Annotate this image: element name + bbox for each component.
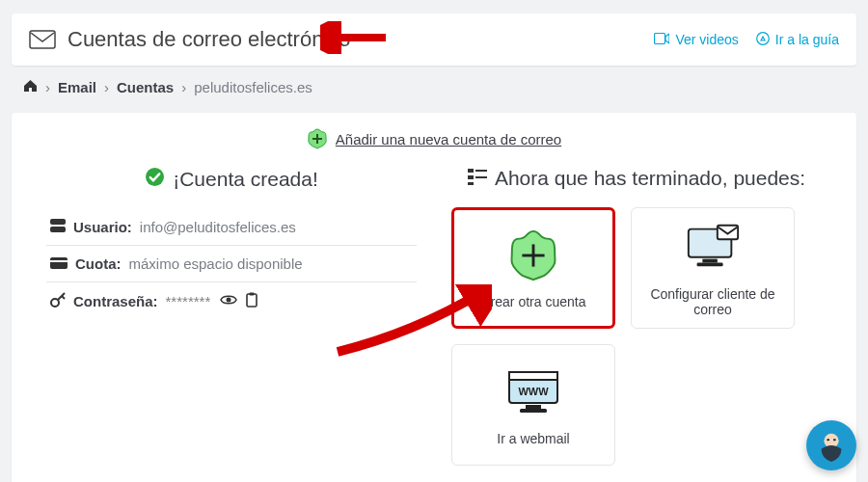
svg-rect-20 [475, 176, 487, 178]
tasks-icon [468, 167, 487, 190]
next-heading: Ahora que has terminado, puedes: [495, 167, 805, 190]
svg-rect-21 [468, 182, 474, 185]
svg-rect-9 [50, 257, 68, 269]
svg-line-13 [62, 296, 65, 299]
svg-point-14 [227, 298, 231, 303]
monitor-www-icon: WWW [504, 363, 562, 421]
svg-rect-18 [475, 170, 487, 172]
svg-rect-26 [697, 262, 723, 266]
svg-point-6 [146, 168, 164, 186]
copy-password-button[interactable] [245, 292, 258, 310]
main-panel: Añadir una nueva cuenta de correo ¡Cuent… [12, 113, 856, 482]
svg-rect-27 [718, 226, 738, 240]
page-header: Cuentas de correo electrónico Ver videos… [12, 13, 856, 66]
quota-row: Cuota: máximo espacio disponible [46, 246, 417, 282]
svg-rect-15 [247, 294, 257, 307]
svg-rect-25 [702, 259, 717, 263]
plus-flower-icon [504, 227, 562, 284]
tile-create-another[interactable]: Crear otra cuenta [451, 207, 615, 329]
svg-rect-31 [526, 405, 541, 409]
page-title: Cuentas de correo electrónico [68, 27, 351, 52]
tile-configure-client[interactable]: Configurar cliente de correo [631, 207, 795, 329]
breadcrumb-email[interactable]: Email [58, 79, 96, 95]
svg-rect-35 [827, 439, 829, 441]
compass-icon [756, 32, 770, 48]
avatar-icon [813, 427, 850, 464]
svg-rect-17 [468, 169, 474, 173]
svg-rect-0 [30, 31, 55, 48]
help-chat-button[interactable] [806, 420, 856, 470]
svg-rect-29 [509, 372, 557, 380]
svg-rect-8 [50, 227, 66, 232]
svg-rect-10 [50, 260, 68, 262]
svg-rect-36 [833, 439, 836, 441]
svg-text:WWW: WWW [518, 386, 549, 397]
go-guide-link[interactable]: Ir a la guía [756, 32, 839, 48]
watch-videos-link[interactable]: Ver videos [654, 32, 738, 48]
home-icon [23, 79, 38, 93]
clipboard-icon [245, 292, 258, 308]
monitor-mail-icon [684, 219, 742, 277]
account-created-section: ¡Cuenta creada! Usuario: info@peluditosf… [29, 167, 434, 466]
breadcrumb-accounts[interactable]: Cuentas [117, 79, 174, 95]
check-circle-icon [145, 167, 165, 192]
card-icon [50, 255, 68, 272]
add-account-link[interactable]: Añadir una nueva cuenta de correo [29, 128, 839, 149]
eye-icon [220, 293, 237, 307]
svg-rect-32 [520, 409, 547, 413]
server-icon [50, 219, 66, 235]
svg-rect-7 [50, 219, 66, 225]
mail-icon [29, 30, 56, 49]
plus-badge-icon [307, 128, 328, 149]
svg-rect-19 [468, 175, 474, 179]
tile-go-webmail[interactable]: WWW Ir a webmail [451, 344, 615, 466]
created-heading: ¡Cuenta creada! [173, 168, 318, 191]
password-row: Contraseña: ******** [46, 282, 417, 320]
next-steps-section: Ahora que has terminado, puedes: Crear o… [434, 167, 839, 466]
breadcrumb-current: peluditosfelices.es [194, 79, 312, 95]
video-icon [654, 32, 669, 47]
key-icon [50, 292, 66, 310]
svg-point-2 [757, 32, 770, 44]
user-row: Usuario: info@peluditosfelices.es [46, 209, 417, 246]
reveal-password-button[interactable] [220, 293, 237, 309]
breadcrumb: › Email › Cuentas › peluditosfelices.es [0, 66, 868, 105]
svg-rect-16 [250, 293, 255, 296]
svg-rect-1 [655, 34, 665, 44]
breadcrumb-home[interactable] [23, 79, 38, 95]
svg-point-11 [51, 299, 59, 307]
